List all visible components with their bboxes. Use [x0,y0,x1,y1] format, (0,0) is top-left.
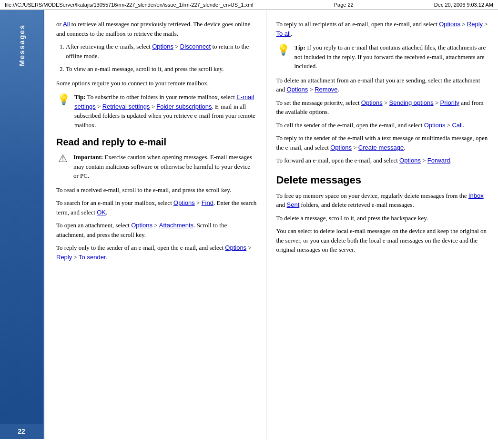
step3-disconnect-link[interactable]: Disconnect [180,43,211,50]
tip-box-2: 💡 Tip: If you reply to an e-mail that co… [276,43,488,71]
fw-forward-link[interactable]: Forward [427,157,450,164]
tip-before: To subscribe to other folders in your re… [86,93,237,101]
ra-end: . [291,30,292,37]
page-number: 22 [0,424,43,439]
important-label: Important: [73,153,103,161]
reply-options-link[interactable]: Options [225,244,246,251]
ra-toall-link[interactable]: To all [276,30,290,37]
tip-icon-2: 💡 [276,44,290,56]
read-email-para: To read a received e-mail, scroll to the… [56,185,256,195]
da-end: . [338,86,339,93]
page-label: Page 22 [334,2,354,8]
att-attachments-link[interactable]: Attachments [159,222,193,229]
intro-paragraph: or All to retrieve all messages not prev… [56,20,256,38]
da-sep1: > [308,86,315,93]
rm-sep1: > [352,144,358,151]
search-sep1: > [195,199,202,206]
reply-sender-before: To reply only to the sender of an e-mail… [56,244,225,251]
forward-para: To forward an e-mail, open the e-mail, a… [276,156,488,165]
da-remove-link[interactable]: Remove [315,86,337,93]
delete-att-para: To delete an attachment from an e-mail t… [276,76,488,94]
reply-end: . [106,254,107,261]
intro-rest: to retrieve all messages not previously … [56,20,250,37]
da-options-link[interactable]: Options [287,86,308,93]
sidebar: Messages 22 [0,10,43,439]
left-column: or All to retrieve all messages not prev… [44,10,266,439]
rm-options-link[interactable]: Options [330,144,352,151]
ra-reply-link[interactable]: Reply [467,20,483,28]
dm-end: folders, and delete retrieved e-mail mes… [299,201,414,208]
tip-box-1: 💡 Tip: To subscribe to other folders in … [56,92,256,130]
dm-sent-link[interactable]: Sent [287,201,300,208]
pri-sep1: > [383,99,389,106]
search-options-link[interactable]: Options [173,199,195,206]
reply-sep1: > [246,244,252,251]
delete-messages-heading: Delete messages [276,174,488,186]
step4-text: To view an e-mail message, scroll to it,… [66,65,224,72]
dm-inbox-link[interactable]: Inbox [468,192,484,199]
filepath: file:///C:/USERS/MODEServer/lkatajis/130… [5,2,254,8]
sidebar-label: Messages [18,24,26,66]
reply-sender-para: To reply only to the sender of an e-mail… [56,243,256,262]
pri-priority-link[interactable]: Priority [440,99,459,106]
delete-memory-para: To free up memory space on your device, … [276,191,488,210]
dm-mid: and [276,201,286,208]
cs-sep1: > [446,122,452,129]
intro-text-or: or [56,20,63,28]
pri-sending-link[interactable]: Sending options [389,99,434,106]
step3-sep1: > [173,43,180,50]
ra-options-link[interactable]: Options [439,20,460,28]
ra-sep1: > [460,20,467,28]
step3-options-link[interactable]: Options [152,43,173,50]
search-find-link[interactable]: Find [202,199,213,206]
tip-icon-1: 💡 [56,93,71,106]
pri-options-link[interactable]: Options [361,99,383,106]
call-sender-para: To call the sender of the e-mail, open t… [276,121,488,130]
att-options-link[interactable]: Options [131,222,152,229]
important-box: ⚠ Important: Exercise caution when openi… [56,153,256,181]
reply-tosender-link[interactable]: To sender [79,254,106,261]
fw-before: To forward an e-mail, open the e-mail, a… [276,157,399,164]
search-before: To search for an e-mail in your mailbox,… [56,199,173,206]
tip2-label: Tip: [294,44,305,51]
cs-options-link[interactable]: Options [424,122,446,129]
delete-local-para: You can select to delete local e-mail me… [276,226,488,255]
reply-message-para: To reply to the sender of the e-mail wit… [276,133,488,152]
top-bar: file:///C:/USERS/MODEServer/lkatajis/130… [0,0,498,10]
tip-text-1: Tip: To subscribe to other folders in yo… [74,92,256,130]
att-sep1: > [152,222,159,229]
search-ok-link[interactable]: OK [97,209,106,216]
pri-before: To set the message priority, select [276,99,361,106]
tip2-body: If you reply to an e-mail that contains … [294,44,486,70]
fw-sep1: > [421,157,427,164]
reply-sep2: > [72,254,79,261]
cs-before: To call the sender of the e-mail, open t… [276,122,424,129]
ra-before: To reply to all recipients of an e-mail,… [276,20,439,28]
search-end: . [106,209,107,216]
step3-before: After retrieving the e-mails, select [66,43,152,50]
rm-create-link[interactable]: Create message [358,144,404,151]
all-link[interactable]: All [63,20,70,28]
rm-end: . [404,144,405,151]
fw-end: . [450,157,451,164]
reply-reply-link[interactable]: Reply [56,254,72,261]
some-options-text: Some options require you to connect to y… [56,79,256,88]
tip-sep1: > [96,103,102,110]
tip-folder-link[interactable]: Folder subscriptions [156,103,212,110]
attachment-para: To open an attachment, select Options > … [56,221,256,239]
cs-call-link[interactable]: Call [452,122,462,129]
tip-retrieval-link[interactable]: Retrieval settings [102,103,150,110]
search-para: To search for an e-mail in your mailbox,… [56,198,256,217]
page-layout: Messages 22 or All to retrieve all messa… [0,10,498,439]
step-4: To view an e-mail message, scroll to it,… [66,64,256,74]
ra-sep2: > [483,20,488,28]
tip-label-1: Tip: [74,93,86,101]
fw-options-link[interactable]: Options [399,157,421,164]
read-reply-heading: Read and reply to e-mail [56,137,256,148]
tip-text-2: Tip: If you reply to an e-mail that cont… [294,43,488,71]
content-area: or All to retrieve all messages not prev… [43,10,498,439]
important-text: Important: Exercise caution when opening… [73,153,256,181]
delete-scroll-para: To delete a message, scroll to it, and p… [276,214,488,223]
cs-end: . [463,122,464,129]
right-column: To reply to all recipients of an e-mail,… [266,10,498,439]
